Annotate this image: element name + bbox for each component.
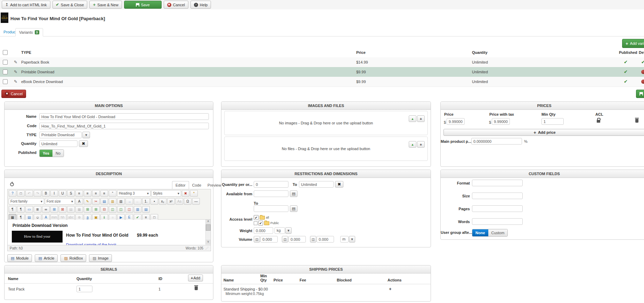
variant-row-printable-selected[interactable]: ✎ Printable Download $9.99 Unlimited ✔ [0,67,644,77]
delete-row-icon[interactable]: ⊟ [100,206,108,213]
not-default-icon[interactable] [641,80,644,84]
scroll-down-icon[interactable]: ∨ [206,240,211,245]
cancel-button[interactable]: ✖ Cancel [164,1,188,9]
variant-row-paperback[interactable]: ✎ Paperback Book $14.99 Unlimited ✔ ✔ [0,57,644,67]
available-from-field[interactable] [254,190,288,197]
insert-article-button[interactable]: ▤ Article [35,254,58,262]
delete-column-icon[interactable]: ◫ [125,206,133,213]
size-field[interactable] [472,193,523,199]
cleanup-icon[interactable]: * [190,190,198,197]
editor-scrollbar[interactable]: ∧ ∨ [205,220,211,245]
clear-qty-button[interactable]: ✖ [335,181,343,188]
scroll-up-icon[interactable]: ∧ [206,220,211,224]
merge-cells-icon[interactable]: ▤ [142,206,150,213]
published-no-option[interactable]: No [52,150,64,157]
insert-row-below-icon[interactable]: ⊞ [92,206,100,213]
min-qty-field[interactable] [541,118,564,125]
unordered-list-icon[interactable]: • [150,198,158,205]
text-color-icon[interactable]: A [75,198,83,205]
split-cells-icon[interactable]: ▥ [134,206,141,213]
published-check-icon[interactable]: ✔ [624,69,628,74]
access-all-checkbox[interactable]: ✔ [254,215,259,220]
tab-code[interactable]: Code [189,181,204,189]
insert-rokbox-button[interactable]: ▨ RokBox [60,254,86,262]
clear-quantity-button[interactable]: ✖ [79,140,88,147]
variant-save-button[interactable]: Save [636,90,644,98]
indent-icon[interactable]: → [125,198,133,205]
delete-table-icon[interactable]: ⊠ [59,206,66,213]
available-to-calendar-icon[interactable]: ▤ [290,205,297,212]
row-checkbox[interactable] [3,60,8,65]
print-icon[interactable]: ≣ [34,206,41,213]
editor-content[interactable]: Printable Download Version How to find y… [7,220,211,245]
insert-module-button[interactable]: ▤ Module [7,254,32,262]
edit-pencil-icon[interactable]: ✎ [14,79,17,84]
price-field[interactable] [447,118,465,125]
pages-field[interactable] [472,205,523,212]
right-to-left-icon[interactable]: ¶ [17,206,25,213]
align-right-icon[interactable]: ≡ [92,190,100,197]
cell-properties-icon[interactable]: ▦ [75,206,83,213]
add-to-cart-html-link-button[interactable]: ↥ Add to cart HTML link [2,1,50,9]
tab-product[interactable]: Product [3,30,17,34]
bold-icon[interactable]: B [42,190,50,197]
upload-image-button[interactable]: ▲ [409,115,416,122]
quantity-field[interactable] [39,140,78,147]
cut-icon[interactable]: ✂ [92,198,100,205]
strikethrough-icon[interactable]: S [67,190,75,197]
remove-format-icon[interactable]: ✖ [182,190,189,197]
left-to-right-icon[interactable]: ¶ [9,206,16,213]
type-select[interactable]: Printable Download [39,132,82,138]
access-public-checkbox[interactable]: ✔ [258,221,263,226]
paste-icon[interactable]: ▥ [109,198,116,205]
superscript-icon[interactable]: x² [167,198,175,205]
format-field[interactable] [472,180,523,186]
available-to-field[interactable] [254,205,288,212]
insert-column-right-icon[interactable]: ◫ [117,206,125,213]
row-checkbox[interactable] [3,69,8,74]
insert-image-button[interactable]: ▨ Image [89,254,112,262]
available-from-calendar-icon[interactable]: ▤ [290,190,297,197]
iframe-icon[interactable]: ▭ [25,206,33,213]
new-document-icon[interactable]: □ [17,190,25,197]
subscript-icon[interactable]: x₂ [159,198,166,205]
row-checkbox[interactable] [3,79,8,84]
files-dropzone[interactable]: No files - Drag & Drop here or use the u… [224,137,428,161]
save-close-button[interactable]: ✔ Save & Close [52,1,88,9]
align-left-icon[interactable]: ≡ [75,190,83,197]
words-field[interactable] [472,218,523,225]
tab-editor[interactable]: Editor [172,181,189,189]
underline-icon[interactable]: U [59,190,66,197]
redo-icon[interactable]: ↷ [34,190,41,197]
volume-width-field[interactable] [288,236,306,243]
qty-from-field[interactable] [254,181,288,188]
volume-height-field[interactable] [317,236,334,243]
highlight-color-icon[interactable]: ✎ [84,198,91,205]
edit-pencil-icon[interactable]: ✎ [14,69,17,74]
published-check-icon[interactable]: ✔ [624,59,628,65]
delete-serial-icon[interactable] [195,286,198,290]
images-dropzone[interactable]: No images - Drag & Drop here or use the … [224,111,428,135]
name-field[interactable] [39,113,209,120]
font-size-select[interactable]: Font size▾ [45,198,75,205]
outdent-icon[interactable]: ← [134,198,141,205]
row-properties-icon[interactable]: ▤ [67,206,75,213]
type-select-caret[interactable]: ▾ [82,132,90,138]
qty-to-field[interactable] [299,181,334,188]
weight-field[interactable] [254,227,273,234]
case-change-icon[interactable]: Aa [176,198,183,205]
copy-icon[interactable]: ▤ [100,198,108,205]
variant-cancel-button[interactable]: ✖ Cancel [1,90,26,98]
paste-as-text-icon[interactable]: ▥ [117,198,125,205]
resize-grip-icon[interactable]: ⋰ [205,246,209,250]
special-character-icon[interactable]: Ω [184,198,191,205]
horizontal-rule-icon[interactable]: — [192,198,200,205]
tab-variants[interactable]: Variants 3 [15,28,43,36]
weight-unit-caret[interactable]: ▾ [285,227,292,234]
main-product-price-field[interactable] [471,138,522,145]
italic-icon[interactable]: I [50,190,58,197]
tree-expand-icon[interactable] [254,221,258,225]
find-replace-icon[interactable]: ∞ [42,206,50,213]
align-justify-icon[interactable]: ≡ [100,190,108,197]
font-family-select[interactable]: Font family▾ [9,198,44,205]
